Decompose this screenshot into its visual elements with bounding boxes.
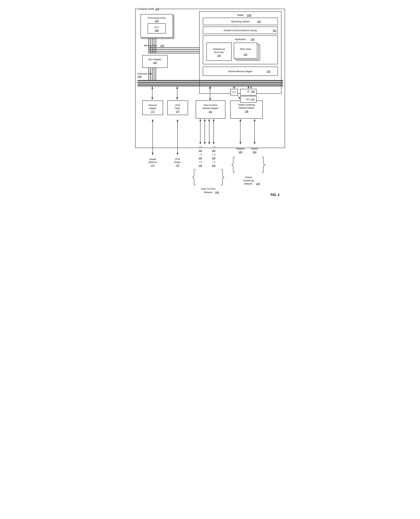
svg-text:Network Adapter: Network Adapter	[202, 107, 218, 109]
svg-text:Adapter: Adapter	[149, 107, 156, 109]
svg-text:Master: Master	[174, 161, 181, 163]
svg-text:Global/Local: Global/Local	[213, 48, 225, 50]
svg-marker-114	[177, 153, 178, 155]
svg-marker-107	[152, 153, 154, 155]
svg-text:232: 232	[267, 70, 270, 73]
svg-text:Slave: Slave	[175, 107, 180, 109]
svg-text:Network: Network	[244, 182, 253, 185]
svg-text:FIG. 2: FIG. 2	[270, 193, 279, 197]
svg-text:Other Tasks: Other Tasks	[240, 48, 251, 50]
svg-text:Parent: Parent	[251, 147, 258, 150]
svg-text:176: 176	[176, 110, 179, 113]
svg-text:156: 156	[247, 14, 251, 16]
svg-text:+ Z: + Z	[212, 153, 215, 156]
svg-text:Ethernet: Ethernet	[149, 104, 157, 107]
svg-text:165: 165	[155, 20, 159, 22]
svg-text:Processing Cores: Processing Cores	[148, 16, 166, 19]
svg-text:Point-To-Point: Point-To-Point	[204, 104, 217, 107]
svg-text:186: 186	[212, 164, 215, 167]
svg-text:162: 162	[257, 20, 261, 23]
svg-rect-23	[234, 43, 257, 58]
svg-text:168: 168	[137, 75, 142, 78]
svg-text:228: 228	[217, 54, 221, 57]
svg-text:ALU: ALU	[154, 26, 159, 29]
svg-text:Children: Children	[236, 147, 244, 150]
svg-text:178: 178	[176, 164, 179, 167]
svg-rect-88	[231, 101, 262, 118]
svg-text:JTAG: JTAG	[175, 158, 180, 161]
svg-text:Point To Point: Point To Point	[201, 187, 215, 190]
svg-text:192: 192	[253, 151, 256, 153]
svg-text:− X: − X	[199, 153, 202, 156]
main-diagram: | Compute Node 102 RAM 156 Operating Sys…	[134, 7, 287, 203]
svg-text:Global: Global	[245, 176, 252, 179]
svg-text:Bus Adapter: Bus Adapter	[149, 58, 161, 61]
svg-text:JTAG: JTAG	[175, 104, 180, 107]
svg-text:− Y: − Y	[212, 146, 215, 148]
svg-text:174: 174	[151, 164, 154, 167]
svg-text:226: 226	[251, 38, 255, 41]
svg-text:180: 180	[209, 111, 212, 113]
svg-text:172: 172	[151, 110, 154, 113]
svg-text:169: 169	[251, 90, 255, 93]
svg-text:Operating System: Operating System	[231, 20, 249, 23]
svg-text:Network Adapter: Network Adapter	[239, 107, 254, 109]
svg-text:Parallel Communications Librar: Parallel Communications Library	[224, 29, 257, 32]
svg-text:Combining: Combining	[243, 179, 254, 182]
svg-text:Extension Bus: Extension Bus	[137, 72, 152, 75]
svg-text:188: 188	[245, 110, 248, 113]
svg-text:184: 184	[212, 149, 215, 152]
svg-text:+ X: + X	[199, 146, 202, 148]
svg-text:108: 108	[215, 191, 219, 194]
svg-text:Shared Memory Region: Shared Memory Region	[228, 70, 252, 73]
svg-rect-84	[196, 101, 225, 118]
svg-text:Root Task: Root Task	[214, 51, 224, 54]
svg-text:106: 106	[256, 182, 260, 185]
svg-text:230: 230	[244, 53, 247, 56]
svg-text:194: 194	[153, 61, 157, 64]
diagram-svg: | Compute Node 102 RAM 156 Operating Sys…	[134, 7, 287, 200]
svg-text:RAM: RAM	[237, 14, 243, 16]
svg-text:− Z: − Z	[212, 161, 215, 163]
svg-text:102: 102	[155, 8, 159, 10]
svg-text:Gigabit: Gigabit	[149, 158, 156, 161]
svg-text:171: 171	[232, 91, 236, 93]
svg-text:161: 161	[273, 29, 277, 32]
svg-text:Network: Network	[204, 191, 213, 194]
svg-text:Global Combining: Global Combining	[238, 104, 255, 106]
svg-text:185: 185	[212, 157, 215, 159]
svg-text:IR: IR	[247, 90, 249, 93]
svg-text:Ethernet: Ethernet	[149, 161, 157, 163]
svg-text:166: 166	[155, 29, 159, 32]
svg-text:Application: Application	[235, 38, 246, 41]
svg-text:ALU: ALU	[246, 98, 250, 101]
svg-text:170: 170	[251, 98, 255, 101]
svg-text:181: 181	[198, 149, 202, 152]
svg-text:183: 183	[198, 164, 202, 167]
svg-text:182: 182	[198, 157, 202, 159]
svg-text:Compute Node: Compute Node	[137, 8, 154, 10]
svg-text:190: 190	[238, 151, 242, 153]
svg-text:+ Y: + Y	[199, 161, 202, 163]
svg-text:155: 155	[160, 44, 164, 47]
